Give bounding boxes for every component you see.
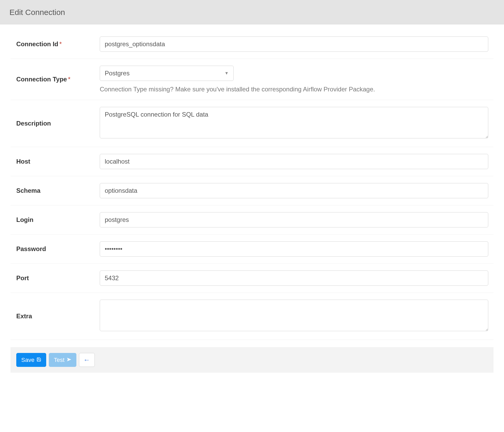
required-asterisk: * [68, 76, 70, 83]
page-header: Edit Connection [0, 0, 504, 24]
row-extra: Extra [10, 293, 494, 340]
back-button[interactable]: ← [79, 353, 95, 367]
port-input[interactable] [100, 270, 488, 286]
label-schema: Schema [16, 187, 40, 194]
row-port: Port [10, 264, 494, 293]
label-host: Host [16, 158, 30, 165]
form: Connection Id* Connection Type* Postgres… [0, 24, 504, 340]
description-input[interactable]: PostgreSQL connection for SQL data [100, 107, 488, 138]
page-title: Edit Connection [9, 8, 495, 17]
label-description: Description [16, 120, 51, 127]
conn-id-input[interactable] [100, 37, 488, 52]
label-password: Password [16, 245, 46, 252]
test-button-label: Test [54, 357, 64, 363]
login-input[interactable] [100, 212, 488, 227]
label-extra: Extra [16, 313, 32, 320]
required-asterisk: * [59, 40, 62, 48]
label-connection-type: Connection Type* [16, 76, 70, 83]
test-button[interactable]: Test [49, 353, 76, 367]
label-port: Port [16, 274, 29, 282]
save-icon [36, 357, 41, 363]
conn-type-selected: Postgres [105, 70, 130, 77]
label-connection-id: Connection Id* [16, 40, 62, 48]
label-login: Login [16, 216, 33, 223]
row-password: Password [10, 235, 494, 264]
conn-type-hint: Connection Type missing? Make sure you'v… [100, 86, 488, 93]
save-button-label: Save [21, 357, 34, 363]
conn-type-select[interactable]: Postgres ▼ [100, 66, 234, 81]
row-login: Login [10, 205, 494, 235]
row-connection-type: Connection Type* Postgres ▼ Connection T… [10, 59, 494, 100]
row-description: Description PostgreSQL connection for SQ… [10, 100, 494, 147]
save-button[interactable]: Save [16, 353, 46, 367]
row-schema: Schema [10, 176, 494, 205]
host-input[interactable] [100, 154, 488, 169]
chevron-down-icon: ▼ [224, 71, 229, 76]
password-input[interactable] [100, 241, 488, 257]
paper-plane-icon [67, 357, 71, 363]
row-host: Host [10, 147, 494, 176]
arrow-left-icon: ← [83, 356, 90, 364]
button-bar: Save Test ← [10, 347, 494, 373]
schema-input[interactable] [100, 183, 488, 198]
row-connection-id: Connection Id* [10, 30, 494, 59]
extra-input[interactable] [100, 300, 488, 331]
